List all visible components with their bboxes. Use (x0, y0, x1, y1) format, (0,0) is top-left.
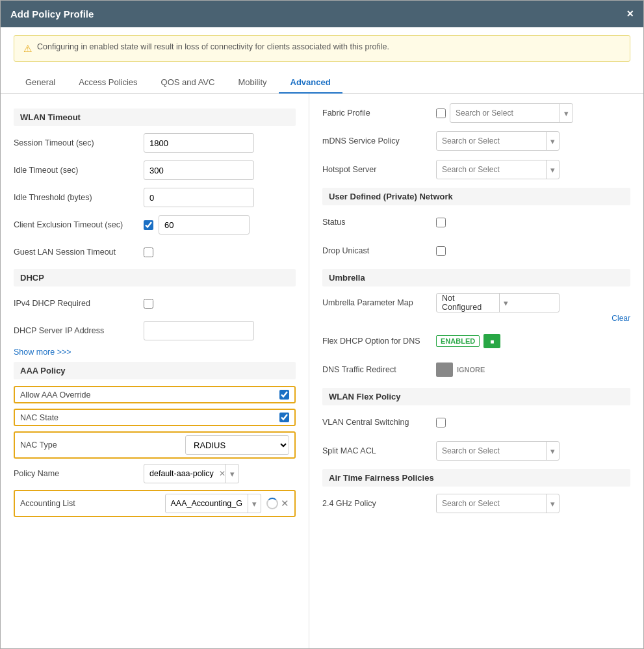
nac-state-row: NAC State (14, 409, 296, 426)
dns-traffic-toggle-label: IGNORE (457, 366, 485, 374)
vlan-central-row: VLAN Central Switching (322, 412, 630, 433)
client-exclusion-row: Client Exclusion Timeout (sec) (14, 214, 296, 235)
fabric-profile-input[interactable] (450, 106, 560, 120)
ghz24-search-select[interactable]: ▾ (436, 494, 560, 513)
tabs-row: General Access Policies QOS and AVC Mobi… (1, 72, 643, 94)
accounting-list-value: AAA_Accounting_G (166, 499, 248, 508)
idle-timeout-input[interactable] (144, 160, 254, 180)
close-button[interactable]: × (626, 7, 634, 21)
nac-state-checkbox[interactable] (279, 413, 289, 422)
session-timeout-input[interactable] (144, 133, 254, 153)
mdns-label: mDNS Service Policy (322, 136, 436, 146)
fabric-profile-dropdown-arrow[interactable]: ▾ (560, 104, 573, 122)
drop-unicast-label: Drop Unicast (322, 246, 436, 255)
accounting-x-icon[interactable]: ✕ (281, 498, 289, 509)
ghz24-label: 2.4 GHz Policy (322, 499, 436, 508)
umbrella-param-label: Umbrella Parameter Map (322, 298, 436, 307)
umbrella-inner: Umbrella Parameter Map Not Configured ▾ (322, 293, 630, 312)
mdns-input[interactable] (437, 134, 546, 148)
allow-aaa-override-label: Allow AAA Override (20, 390, 150, 400)
drop-unicast-row: Drop Unicast (322, 240, 630, 261)
nac-state-label: NAC State (20, 413, 150, 422)
ipv4-dhcp-label: IPv4 DHCP Required (14, 299, 144, 308)
ipv4-dhcp-checkbox[interactable] (144, 299, 153, 309)
mdns-row: mDNS Service Policy ▾ (322, 131, 630, 151)
ipv4-dhcp-row: IPv4 DHCP Required (14, 293, 296, 314)
wlan-flex-title: WLAN Flex Policy (322, 388, 630, 405)
flex-dhcp-toggle-label: ENABLED (436, 335, 480, 347)
hotspot-search-select[interactable]: ▾ (436, 160, 560, 179)
split-mac-row: Split MAC ACL ▾ (322, 440, 630, 461)
nac-type-select[interactable]: RADIUS ISE-NAC (185, 435, 289, 455)
umbrella-clear-link[interactable]: Clear (612, 314, 630, 323)
nac-type-row: NAC Type RADIUS ISE-NAC (14, 431, 296, 459)
tab-general[interactable]: General (14, 72, 67, 94)
client-exclusion-label: Client Exclusion Timeout (sec) (14, 220, 144, 229)
allow-aaa-override-checkbox[interactable] (279, 390, 289, 400)
split-mac-dropdown-arrow[interactable]: ▾ (546, 442, 559, 460)
right-panel: Fabric Profile ▾ mDNS Service Policy ▾ (309, 94, 643, 648)
status-row: Status (322, 212, 630, 233)
dhcp-server-label: DHCP Server IP Address (14, 326, 144, 335)
dns-traffic-row: DNS Traffic Redirect IGNORE (322, 359, 630, 380)
dns-traffic-toggle[interactable]: IGNORE (436, 363, 485, 377)
user-defined-title: User Defined (Private) Network (322, 188, 630, 205)
content-area: WLAN Timeout Session Timeout (sec) Idle … (1, 94, 643, 648)
idle-threshold-label: Idle Threshold (bytes) (14, 193, 144, 202)
dhcp-server-input[interactable] (144, 321, 254, 340)
aaa-policy-title: AAA Policy (14, 362, 296, 379)
flex-dhcp-toggle-switch[interactable]: ■ (483, 334, 500, 348)
wlan-timeout-title: WLAN Timeout (14, 108, 296, 126)
ghz24-dropdown-arrow[interactable]: ▾ (546, 494, 559, 513)
session-timeout-row: Session Timeout (sec) (14, 133, 296, 153)
drop-unicast-checkbox[interactable] (436, 246, 446, 256)
policy-name-label: Policy Name (14, 469, 144, 478)
ghz24-input[interactable] (437, 496, 546, 511)
flex-dhcp-toggle[interactable]: ENABLED ■ (436, 334, 500, 348)
split-mac-search-select[interactable]: ▾ (436, 441, 560, 461)
modal-title: Add Policy Profile (10, 8, 94, 19)
umbrella-param-select[interactable]: Not Configured ▾ (436, 293, 560, 312)
guest-lan-row: Guest LAN Session Timeout (14, 242, 296, 262)
tab-advanced[interactable]: Advanced (279, 72, 342, 94)
guest-lan-label: Guest LAN Session Timeout (14, 248, 144, 257)
tab-access-policies[interactable]: Access Policies (67, 72, 149, 94)
hotspot-row: Hotspot Server ▾ (322, 159, 630, 180)
policy-name-row: Policy Name default-aaa-policy ✕ ▾ (14, 464, 296, 483)
dns-traffic-toggle-switch[interactable] (436, 363, 453, 377)
client-exclusion-input[interactable] (159, 215, 250, 235)
fabric-profile-search-select[interactable]: ▾ (450, 103, 573, 123)
fabric-profile-checkbox[interactable] (436, 108, 446, 118)
show-more-link[interactable]: Show more >>> (14, 348, 296, 357)
client-exclusion-checkbox[interactable] (144, 220, 153, 230)
mdns-dropdown-arrow[interactable]: ▾ (546, 132, 559, 150)
mdns-search-select[interactable]: ▾ (436, 131, 560, 151)
umbrella-not-configured-text: Not Configured (437, 291, 499, 314)
hotspot-input[interactable] (437, 162, 546, 177)
idle-threshold-row: Idle Threshold (bytes) (14, 187, 296, 208)
policy-name-clear-icon[interactable]: ✕ (219, 469, 225, 478)
accounting-list-dropdown-arrow[interactable]: ▾ (248, 494, 261, 513)
umbrella-dropdown-arrow[interactable]: ▾ (499, 294, 560, 312)
status-label: Status (322, 218, 436, 227)
modal-header: Add Policy Profile × (1, 1, 643, 27)
tab-mobility[interactable]: Mobility (226, 72, 278, 94)
dhcp-title: DHCP (14, 269, 296, 286)
status-checkbox[interactable] (436, 218, 446, 227)
air-time-title: Air Time Fairness Policies (322, 469, 630, 487)
idle-threshold-input[interactable] (144, 188, 254, 207)
session-timeout-label: Session Timeout (sec) (14, 138, 144, 147)
idle-timeout-label: Idle Timeout (sec) (14, 166, 144, 175)
split-mac-label: Split MAC ACL (322, 446, 436, 455)
tab-qos-avc[interactable]: QOS and AVC (149, 72, 227, 94)
vlan-central-checkbox[interactable] (436, 418, 446, 427)
split-mac-input[interactable] (437, 444, 546, 458)
modal-container: Add Policy Profile × ⚠ Configuring in en… (0, 0, 644, 649)
guest-lan-checkbox[interactable] (144, 248, 153, 257)
umbrella-clear-row: Clear (322, 314, 630, 323)
accounting-spinner (266, 498, 278, 509)
hotspot-dropdown-arrow[interactable]: ▾ (546, 160, 559, 179)
policy-name-dropdown-arrow[interactable]: ▾ (225, 464, 238, 483)
umbrella-title: Umbrella (322, 269, 630, 286)
warning-banner: ⚠ Configuring in enabled state will resu… (14, 35, 630, 62)
